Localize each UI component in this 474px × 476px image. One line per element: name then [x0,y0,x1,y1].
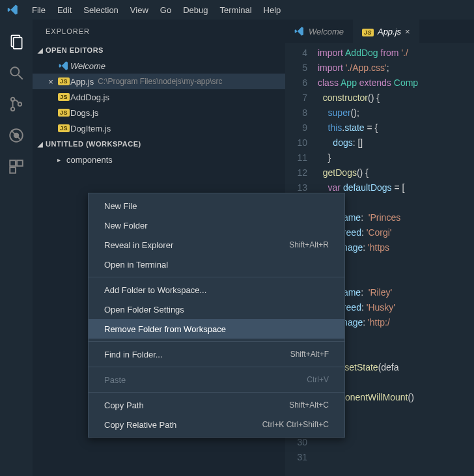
file-icon [57,61,70,71]
menu-label: Copy Relative Path [104,420,176,430]
tab-label: Welcome [309,27,344,36]
context-menu-item[interactable]: Add Folder to Workspace... [89,280,344,300]
menu-separator [89,392,344,393]
context-menu-item[interactable]: Find in Folder...Shift+Alt+F [89,344,344,364]
tabs-bar: WelcomeJSApp.js× [285,20,474,43]
context-menu-item[interactable]: Copy PathShift+Alt+C [89,395,344,415]
file-icon: JS [362,27,374,36]
menu-terminal[interactable]: Terminal [214,3,257,18]
svg-rect-12 [10,167,16,173]
source-control-icon[interactable] [1,89,32,120]
context-menu-item[interactable]: New File [89,196,344,216]
context-menu-item[interactable]: Reveal in ExplorerShift+Alt+R [89,235,344,255]
open-editor-item[interactable]: Welcome [33,58,285,74]
menu-shortcut: Ctrl+K Ctrl+Shift+C [262,420,329,429]
file-icon: JS [57,124,70,132]
svg-line-3 [18,75,23,79]
tab-app-js[interactable]: JSApp.js× [353,20,419,43]
menu-label: Paste [104,375,126,385]
file-icon [294,26,305,36]
menu-go[interactable]: Go [154,3,177,18]
file-icon: JS [57,93,70,101]
context-menu-item[interactable]: New Folder [89,216,344,235]
menu-shortcut: Ctrl+V [307,375,329,384]
menu-shortcut: Shift+Alt+R [289,240,329,249]
svg-rect-11 [17,160,23,166]
file-name: Welcome [70,61,105,71]
tab-welcome[interactable]: Welcome [285,20,353,43]
context-menu-item[interactable]: Open Folder Settings [89,300,344,319]
workspace-header[interactable]: ◢ UNTITLED (WORKSPACE) [33,136,285,152]
svg-point-2 [10,67,19,76]
context-menu-item: PasteCtrl+V [89,370,344,389]
menu-help[interactable]: Help [258,3,287,18]
svg-rect-1 [14,38,22,49]
menu-label: Find in Folder... [104,350,163,359]
menu-label: Open in Terminal [104,260,168,270]
menu-label: Remove Folder from Workspace [104,324,226,334]
menu-shortcut: Shift+Alt+F [290,350,329,359]
menubar: FileEditSelectionViewGoDebugTerminalHelp [0,0,474,20]
menu-file[interactable]: File [26,3,51,18]
context-menu-item[interactable]: Copy Relative PathCtrl+K Ctrl+Shift+C [89,415,344,434]
file-icon: JS [57,77,70,85]
chevron-down-icon: ◢ [35,141,46,148]
file-icon: JS [57,109,70,117]
search-icon[interactable] [1,57,32,89]
menu-separator [89,277,344,277]
file-name: DogItem.js [70,124,111,133]
vscode-logo-icon [4,1,22,19]
folder-name: components [66,155,113,165]
menu-debug[interactable]: Debug [177,3,214,18]
workspace-folder[interactable]: ▸components [33,152,285,167]
open-editors-header[interactable]: ◢ OPEN EDITORS [33,42,285,58]
open-editor-item[interactable]: JSDogs.js [33,105,285,120]
context-menu-item[interactable]: Remove Folder from Workspace [89,319,344,339]
svg-point-6 [18,102,21,105]
close-icon[interactable]: × [405,27,410,36]
menu-separator [89,341,344,342]
chevron-down-icon: ◢ [35,47,46,54]
menu-edit[interactable]: Edit [51,3,77,18]
file-name: Dogs.js [70,108,98,118]
svg-rect-10 [10,160,16,166]
open-editor-item[interactable]: ×JSApp.jsC:\Program Files\nodejs\my-app\… [33,74,285,89]
explorer-icon[interactable] [1,26,32,57]
menu-label: Add Folder to Workspace... [104,285,206,295]
open-editors-label: OPEN EDITORS [46,46,104,54]
debug-icon[interactable] [1,120,32,151]
open-editor-item[interactable]: JSDogItem.js [33,120,285,136]
activity-bar [0,20,33,476]
menu-shortcut: Shift+Alt+C [289,400,329,410]
menu-label: New Folder [104,221,147,231]
svg-point-4 [11,98,14,101]
workspace-label: UNTITLED (WORKSPACE) [46,140,141,148]
file-name: AddDog.js [70,92,109,102]
menu-label: New File [104,201,137,211]
menu-label: Copy Path [104,400,144,410]
file-path: C:\Program Files\nodejs\my-app\src [98,77,222,86]
tab-label: App.js [378,27,401,36]
open-editor-item[interactable]: JSAddDog.js [33,89,285,105]
file-name: App.js [70,77,94,87]
menu-selection[interactable]: Selection [77,3,124,18]
menu-label: Reveal in Explorer [104,240,173,250]
context-menu-item[interactable]: Open in Terminal [89,255,344,274]
chevron-right-icon: ▸ [57,156,66,163]
svg-point-5 [11,107,14,111]
sidebar-title: EXPLORER [33,20,285,42]
close-icon[interactable]: × [44,77,57,87]
extensions-icon[interactable] [1,151,32,182]
menu-view[interactable]: View [124,3,154,18]
menu-separator [89,367,344,367]
context-menu: New FileNew FolderReveal in ExplorerShif… [88,193,345,438]
svg-point-9 [14,133,19,138]
menu-label: Open Folder Settings [104,305,184,315]
